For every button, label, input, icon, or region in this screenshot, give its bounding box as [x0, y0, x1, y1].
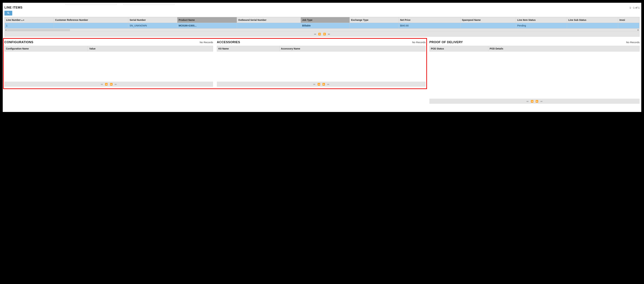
cell-job-type: Billable [300, 23, 350, 29]
col-pod-status[interactable]: POD Status [430, 46, 488, 51]
configurations-pager: ⏮ ⏪ ⏩ ⏭ [4, 82, 213, 87]
top-toolbar-ghosts [66, 4, 640, 5]
line-items-title: LINE ITEMS [4, 6, 22, 9]
pager-last-icon[interactable]: ⏭ [540, 100, 543, 103]
cell-line-sub-status [567, 23, 618, 29]
col-job-type[interactable]: Job Type [300, 17, 350, 23]
col-exchange-type[interactable]: Exchange Type [350, 17, 399, 23]
col-config-name[interactable]: Configuration Name [4, 46, 88, 51]
cell-invoice [618, 23, 639, 29]
pager-last-icon[interactable]: ⏭ [328, 33, 330, 35]
pager-first-icon[interactable]: ⏮ [526, 100, 528, 103]
pager-prev-icon[interactable]: ⏪ [318, 83, 320, 85]
col-invoice[interactable]: Invoi [618, 17, 639, 23]
pager-last-icon[interactable]: ⏭ [327, 83, 330, 85]
configurations-columns: Configuration Name Value [4, 46, 213, 52]
configurations-title: CONFIGURATIONS [4, 41, 34, 44]
pod-status-text: No Records [626, 41, 640, 44]
svg-point-0 [8, 12, 9, 13]
accessories-panel: ACCESSORIES No Records Kit Name Accessor… [216, 40, 426, 87]
pager-prev-icon[interactable]: ⏪ [318, 33, 321, 35]
pager-first-icon[interactable]: ⏮ [313, 83, 315, 85]
accessories-body [217, 52, 426, 82]
pager-prev-icon[interactable]: ⏪ [531, 100, 534, 103]
col-config-value[interactable]: Value [88, 46, 213, 51]
sort-icon: ▲▼ [21, 19, 24, 21]
line-items-pager: ⏮ ⏪ ⏩ ⏭ [4, 31, 640, 37]
cell-line-item-status: Pending [516, 23, 567, 29]
accessories-title: ACCESSORIES [217, 41, 240, 44]
pager-prev-icon[interactable]: ⏪ [105, 83, 108, 85]
ghost-box [66, 4, 116, 5]
cell-customer-ref [54, 23, 128, 29]
cell-serial-number: SN_UNKNOWN [128, 23, 177, 29]
table-row[interactable]: 1 SN_UNKNOWN MC9190-G30S... Billable $84… [5, 23, 640, 29]
col-accessory-name[interactable]: Accessory Name [280, 46, 425, 51]
col-line-item-status[interactable]: Line Item Status [516, 17, 567, 23]
highlight-annotation: CONFIGURATIONS No Records Configuration … [4, 40, 426, 87]
line-items-count: 1 - 1 of 1 [630, 6, 640, 9]
cell-exchange-type [350, 23, 399, 29]
accessories-status: No Records [412, 41, 426, 44]
col-line-number[interactable]: Line Number▲▼ [5, 17, 54, 23]
pod-pager: ⏮ ⏪ ⏩ ⏭ [430, 99, 640, 104]
pager-next-icon[interactable]: ⏩ [323, 33, 326, 35]
configurations-panel: CONFIGURATIONS No Records Configuration … [4, 40, 214, 87]
accessories-pager: ⏮ ⏪ ⏩ ⏭ [217, 82, 426, 87]
table-header-row: Line Number▲▼ Customer Reference Number … [5, 17, 640, 23]
col-pod-details[interactable]: POD Details [488, 46, 640, 51]
pod-title: PROOF OF DELIVERY [430, 41, 463, 44]
ghost-box [123, 4, 174, 5]
col-customer-ref[interactable]: Customer Reference Number [54, 17, 128, 23]
pod-panel: PROOF OF DELIVERY No Records POD Status … [429, 40, 640, 104]
search-button[interactable] [4, 11, 12, 16]
configurations-status: No Records [200, 41, 213, 44]
page-root: LINE ITEMS 1 - 1 of 1 Line Number▲▼ Cust… [3, 3, 641, 112]
cell-sparepool-name [460, 23, 516, 29]
lower-panels: CONFIGURATIONS No Records Configuration … [4, 40, 640, 104]
search-icon [7, 12, 10, 15]
col-line-sub-status[interactable]: Line Sub Status [567, 17, 618, 23]
pager-first-icon[interactable]: ⏮ [101, 83, 103, 85]
svg-line-1 [9, 13, 9, 14]
col-net-price[interactable]: Net Price [399, 17, 460, 23]
pager-next-icon[interactable]: ⏩ [536, 100, 538, 103]
line-items-header: LINE ITEMS 1 - 1 of 1 [4, 5, 640, 11]
pager-next-icon[interactable]: ⏩ [110, 83, 112, 85]
horizontal-scrollbar[interactable] [4, 29, 640, 31]
accessories-columns: Kit Name Accessory Name [217, 46, 426, 52]
pager-last-icon[interactable]: ⏭ [115, 83, 117, 85]
cell-line-number: 1 [5, 23, 54, 29]
cell-product-name: MC9190-G30S... [177, 23, 237, 29]
configurations-body [4, 52, 213, 82]
col-outbound-serial[interactable]: Outbound Serial Number [237, 17, 300, 23]
pager-first-icon[interactable]: ⏮ [314, 33, 316, 35]
col-sparepool-name[interactable]: Sparepool Name [460, 17, 516, 23]
scrollbar-thumb[interactable] [7, 29, 70, 31]
col-serial-number[interactable]: Serial Number [128, 17, 177, 23]
pod-columns: POD Status POD Details [430, 46, 640, 52]
cell-net-price: $840.80 [399, 23, 460, 29]
col-kit-name[interactable]: Kit Name [217, 46, 280, 51]
pod-body [430, 52, 640, 99]
col-label: Line Number [6, 19, 21, 21]
line-items-table: Line Number▲▼ Customer Reference Number … [4, 17, 640, 37]
cell-outbound-serial [237, 23, 300, 29]
col-product-name[interactable]: Product Name [177, 17, 237, 23]
pager-next-icon[interactable]: ⏩ [322, 83, 325, 85]
